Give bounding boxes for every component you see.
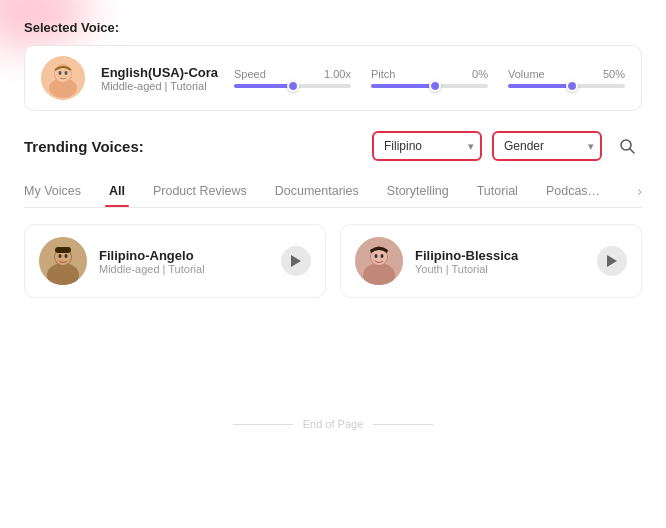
speed-value: 1.00x [324,68,351,80]
speed-slider-fill [234,84,293,88]
volume-slider-track[interactable] [508,84,625,88]
pitch-label: Pitch [371,68,395,80]
svg-point-12 [59,254,62,258]
card-name: Filipino-Blessica [415,248,585,263]
voice-card: Filipino-Angelo Middle-aged | Tutorial [24,224,326,298]
svg-point-5 [65,71,68,75]
play-button[interactable] [281,246,311,276]
selected-voice-meta: Middle-aged | Tutorial [101,80,218,92]
card-name: Filipino-Angelo [99,248,269,263]
selected-voice-avatar [41,56,85,100]
volume-control: Volume 50% [508,68,625,88]
card-avatar [39,237,87,285]
selected-voice-label: Selected Voice: [24,20,642,35]
voice-category-tabs: My Voices All Product Reviews Documentar… [24,175,642,208]
card-info: Filipino-Angelo Middle-aged | Tutorial [99,248,269,275]
speed-label: Speed [234,68,266,80]
card-meta: Youth | Tutorial [415,263,585,275]
speed-slider-track[interactable] [234,84,351,88]
tab-podcast[interactable]: Podcas… [532,176,614,206]
svg-point-13 [65,254,68,258]
tab-documentaries[interactable]: Documentaries [261,176,373,206]
voice-card: Filipino-Blessica Youth | Tutorial [340,224,642,298]
card-info: Filipino-Blessica Youth | Tutorial [415,248,585,275]
pitch-control: Pitch 0% [371,68,488,88]
svg-point-21 [381,254,384,258]
trending-row: Trending Voices: Filipino English Spanis… [24,131,642,161]
end-of-page-text: End of Page [303,418,364,430]
tab-my-voices[interactable]: My Voices [24,176,95,206]
search-button[interactable] [612,131,642,161]
play-button[interactable] [597,246,627,276]
volume-label: Volume [508,68,545,80]
volume-slider-thumb[interactable] [566,80,578,92]
pitch-slider-thumb[interactable] [429,80,441,92]
language-filter[interactable]: Filipino English Spanish [372,131,482,161]
voice-controls: Speed 1.00x Pitch 0% [234,68,625,88]
speed-control: Speed 1.00x [234,68,351,88]
tab-storytelling[interactable]: Storytelling [373,176,463,206]
end-of-page: End of Page [24,418,642,430]
gender-filter[interactable]: Gender Male Female [492,131,602,161]
svg-point-20 [375,254,378,258]
tab-product-reviews[interactable]: Product Reviews [139,176,261,206]
end-line-left [233,424,293,425]
tab-tutorial[interactable]: Tutorial [463,176,532,206]
svg-marker-22 [607,255,617,267]
speed-slider-thumb[interactable] [287,80,299,92]
selected-voice-name: English(USA)-Cora [101,65,218,80]
tab-all[interactable]: All [95,176,139,206]
trending-label: Trending Voices: [24,138,144,155]
selected-voice-info: English(USA)-Cora Middle-aged | Tutorial [101,65,218,92]
card-avatar [355,237,403,285]
pitch-slider-track[interactable] [371,84,488,88]
end-line-right [373,424,433,425]
selected-voice-bar: English(USA)-Cora Middle-aged | Tutorial… [24,45,642,111]
svg-marker-15 [291,255,301,267]
gender-filter-wrapper: Gender Male Female [492,131,602,161]
pitch-value: 0% [472,68,488,80]
volume-value: 50% [603,68,625,80]
svg-point-4 [59,71,62,75]
card-meta: Middle-aged | Tutorial [99,263,269,275]
volume-slider-fill [508,84,572,88]
svg-rect-14 [55,247,71,253]
svg-line-7 [630,149,634,153]
pitch-slider-fill [371,84,435,88]
filters: Filipino English Spanish Gender Male Fem… [372,131,642,161]
language-filter-wrapper: Filipino English Spanish [372,131,482,161]
voice-cards-list: Filipino-Angelo Middle-aged | Tutorial [24,224,642,298]
tabs-chevron-icon[interactable]: › [637,175,642,207]
